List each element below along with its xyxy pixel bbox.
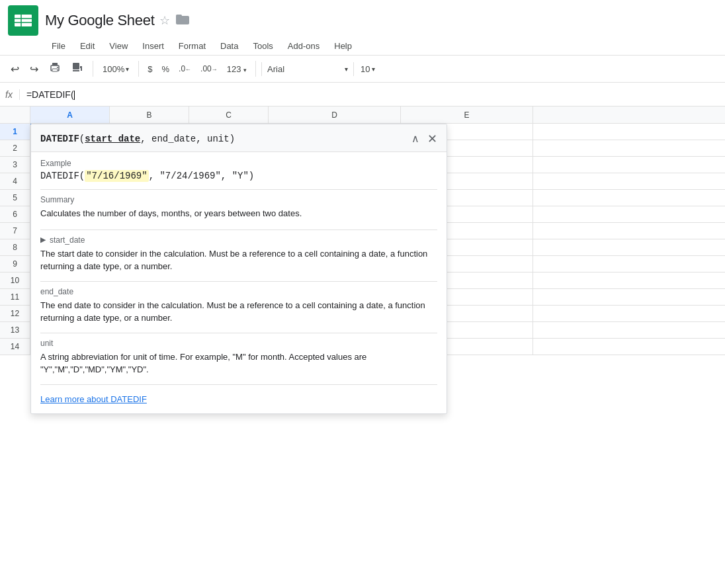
popup-nav-up[interactable]: ∧ (409, 131, 422, 146)
svg-point-10 (57, 67, 58, 68)
svg-rect-8 (52, 63, 58, 65)
row-num-9[interactable]: 9 (0, 256, 30, 272)
formula-text: =DATEDIF( (26, 89, 74, 100)
formula-bar: fx =DATEDIF( (0, 83, 725, 106)
zoom-control[interactable]: 100% ▾ (99, 62, 133, 76)
col-header-d[interactable]: D (269, 106, 401, 123)
svg-rect-1 (15, 15, 32, 26)
row-num-10[interactable]: 10 (0, 273, 30, 288)
decimal-decrease-button[interactable]: .0← (175, 62, 194, 75)
font-arrow-icon: ▾ (345, 65, 348, 73)
format-number-button[interactable]: 123 ▾ (224, 62, 250, 76)
row-num-4[interactable]: 4 (0, 173, 30, 189)
popup-header: DATEDIF(start_date, end_date, unit) ∧ ✕ (31, 124, 447, 152)
popup-divider-3 (40, 281, 437, 282)
popup-example-highlight: "7/16/1969" (85, 170, 148, 182)
popup-summary-label: Summary (40, 195, 437, 204)
decimal-increase-button[interactable]: .00→ (197, 62, 221, 75)
menu-file[interactable]: File (45, 38, 72, 54)
currency-button[interactable]: $ (144, 62, 155, 76)
menu-bar: File Edit View Insert Format Data Tools … (0, 38, 725, 55)
popup-param-unit: unit A string abbreviation for unit of t… (40, 339, 437, 376)
popup-param-arrow-icon: ▶ (40, 235, 46, 244)
print-button[interactable] (45, 59, 65, 79)
popup-example-label: Example (40, 159, 437, 168)
row-num-header-spacer (0, 106, 30, 123)
popup-func-name: DATEDIF (40, 134, 79, 144)
redo-button[interactable]: ↪ (26, 60, 42, 78)
font-name-control[interactable]: Arial ▾ (261, 62, 354, 76)
zoom-label: 100% (103, 64, 124, 74)
percent-button[interactable]: % (158, 62, 173, 76)
menu-view[interactable]: View (103, 38, 134, 54)
autocomplete-popup: DATEDIF(start_date, end_date, unit) ∧ ✕ … (30, 124, 447, 414)
svg-rect-6 (176, 15, 182, 18)
svg-rect-11 (73, 63, 79, 69)
toolbar-sep-1 (93, 61, 93, 77)
popup-param-start-date-desc: The start date to consider in the calcul… (40, 247, 437, 273)
paint-format-button[interactable] (67, 59, 87, 79)
menu-addons[interactable]: Add-ons (281, 38, 326, 54)
folder-icon[interactable] (175, 13, 190, 28)
row-num-13[interactable]: 13 (0, 322, 30, 338)
font-name-label: Arial (267, 64, 284, 74)
star-icon[interactable]: ☆ (159, 13, 170, 28)
app-header: My Google Sheet ☆ (0, 0, 725, 38)
col-header-c[interactable]: C (189, 106, 269, 123)
col-header-a[interactable]: A (30, 106, 110, 123)
popup-divider-5 (40, 384, 437, 385)
popup-body: Example DATEDIF("7/16/1969", "7/24/1969"… (31, 152, 447, 413)
popup-param-unit-name: unit (40, 339, 437, 348)
popup-close-button[interactable]: ✕ (427, 132, 437, 146)
row-num-1[interactable]: 1 (0, 124, 30, 140)
popup-nav: ∧ ✕ (409, 131, 437, 146)
popup-summary-text: Calculates the number of days, months, o… (40, 207, 437, 220)
popup-param-start-date-name: ▶ start_date (40, 235, 437, 245)
toolbar-sep-2 (138, 61, 139, 77)
app-logo (8, 5, 38, 36)
menu-format[interactable]: Format (172, 38, 212, 54)
row-num-3[interactable]: 3 (0, 157, 30, 173)
doc-title-row: My Google Sheet ☆ (45, 12, 717, 29)
row-num-7[interactable]: 7 (0, 223, 30, 239)
row-num-6[interactable]: 6 (0, 206, 30, 222)
menu-tools[interactable]: Tools (246, 38, 279, 54)
formula-cursor (74, 91, 75, 100)
toolbar: ↩ ↪ 100% ▾ $ % .0← .00→ 123 ▾ Arial ▾ 10… (0, 55, 725, 83)
popup-param-active: start_date (85, 134, 140, 144)
row-num-14[interactable]: 14 (0, 339, 30, 355)
popup-param-end-date-desc: The end date to consider in the calculat… (40, 299, 437, 325)
col-header-e[interactable]: E (401, 106, 533, 123)
column-headers: A B C D E (0, 106, 725, 124)
popup-param-unit-desc: A string abbreviation for unit of time. … (40, 351, 437, 376)
popup-param-start-date: ▶ start_date The start date to consider … (40, 235, 437, 273)
font-size-control[interactable]: 10 ▾ (357, 62, 378, 76)
popup-learn-more-link[interactable]: Learn more about DATEDIF (40, 390, 147, 407)
header-title-area: My Google Sheet ☆ (45, 12, 717, 29)
formula-input[interactable]: =DATEDIF( (26, 89, 720, 100)
row-num-11[interactable]: 11 (0, 289, 30, 305)
popup-param-end-date: end_date The end date to consider in the… (40, 287, 437, 325)
menu-data[interactable]: Data (214, 38, 245, 54)
menu-insert[interactable]: Insert (136, 38, 171, 54)
row-num-8[interactable]: 8 (0, 239, 30, 255)
popup-divider-1 (40, 189, 437, 190)
zoom-arrow: ▾ (126, 65, 129, 73)
row-num-5[interactable]: 5 (0, 190, 30, 206)
svg-rect-9 (52, 69, 58, 71)
popup-param-end-date-label: end_date (40, 287, 73, 296)
doc-title: My Google Sheet (45, 12, 154, 29)
toolbar-sep-3 (255, 61, 256, 77)
popup-divider-4 (40, 333, 437, 333)
popup-param-unit-label: unit (40, 339, 53, 348)
grid: 1 2 3 4 (0, 124, 725, 355)
col-header-b[interactable]: B (110, 106, 189, 123)
menu-edit[interactable]: Edit (73, 38, 101, 54)
undo-button[interactable]: ↩ (7, 60, 23, 78)
font-size-label: 10 (361, 64, 370, 74)
menu-help[interactable]: Help (327, 38, 359, 54)
font-size-arrow: ▾ (372, 65, 375, 73)
row-num-12[interactable]: 12 (0, 306, 30, 321)
spreadsheet-container: A B C D E 1 2 3 (0, 106, 725, 355)
row-num-2[interactable]: 2 (0, 140, 30, 156)
